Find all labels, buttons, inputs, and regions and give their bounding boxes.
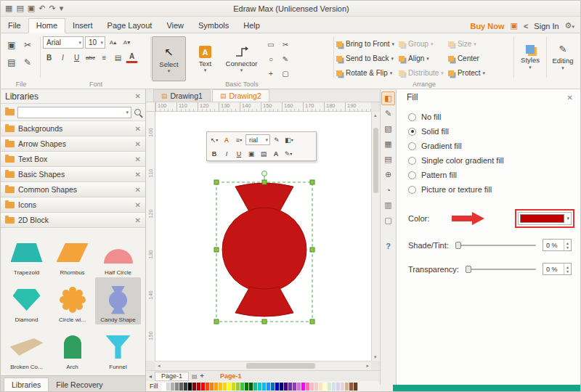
underline-button[interactable]: U <box>70 52 83 63</box>
color-dropdown[interactable]: ▾ <box>518 212 572 225</box>
save-icon[interactable]: ▣ <box>28 4 35 12</box>
quick-style-tool-icon[interactable]: ▧ <box>381 122 395 136</box>
help-tool-icon[interactable]: ? <box>381 239 395 253</box>
line-tool-icon[interactable]: ✎ <box>381 107 395 121</box>
format-painter-icon[interactable]: ✎ <box>22 57 34 68</box>
radio-icon[interactable] <box>408 128 416 136</box>
page-tab[interactable]: Page-1 <box>155 372 189 381</box>
close-icon[interactable]: ✕ <box>135 186 141 194</box>
document-tab[interactable]: ▤ Drawing2 <box>212 89 269 102</box>
fill-option[interactable]: Picture or texture fill <box>408 185 581 194</box>
close-icon[interactable]: ✕ <box>135 140 141 148</box>
picture-tool-icon[interactable]: ▦ <box>381 137 395 151</box>
radio-icon[interactable] <box>408 113 416 121</box>
clipart-tool-icon[interactable]: ▤ <box>381 152 395 166</box>
rotation-handle[interactable] <box>262 171 267 176</box>
align-icon[interactable]: ≡▾ <box>233 134 245 146</box>
italic-icon[interactable]: I <box>221 148 232 160</box>
spinner-down-icon[interactable]: ▼ <box>564 245 571 250</box>
strikethrough-button[interactable]: abc <box>84 52 97 63</box>
underline-icon[interactable]: U <box>233 148 245 160</box>
color-swatch-item[interactable] <box>354 383 358 391</box>
selected-shape[interactable] <box>208 168 321 326</box>
shape-item[interactable]: Trapezoid <box>4 230 49 277</box>
library-search-input[interactable]: ▾ <box>17 107 131 118</box>
copy-icon[interactable]: ▤ <box>6 57 18 68</box>
library-section[interactable]: Common Shapes ✕ <box>1 182 145 197</box>
fill-option[interactable]: Gradient fill <box>408 142 581 150</box>
shape-item[interactable]: Candy Shape <box>95 277 141 324</box>
close-icon[interactable]: ✕ <box>135 125 141 133</box>
panel-bottom-tab[interactable]: File Recovery <box>49 378 110 391</box>
library-section[interactable]: 2D Block ✕ <box>1 213 145 228</box>
editing-button[interactable]: ✎ Editing ▾ <box>548 33 578 80</box>
scroll-left-icon[interactable]: ◂ <box>158 363 161 369</box>
undo-icon[interactable]: ↶ <box>38 4 45 12</box>
vertical-scrollbar[interactable]: ▴ ▾ <box>371 112 380 361</box>
shape-item[interactable]: Broken Co... <box>4 324 49 372</box>
font-size-select[interactable]: 10▾ <box>85 36 105 49</box>
panel-bottom-tab[interactable]: Libraries <box>4 377 49 391</box>
tab-home[interactable]: Home <box>28 18 65 33</box>
select-tool-icon[interactable]: ↖▾ <box>208 134 220 146</box>
ellipse-tool-icon[interactable]: ○ <box>265 53 277 65</box>
scrollbar-thumb[interactable] <box>246 363 315 369</box>
radio-icon[interactable] <box>408 142 416 150</box>
radio-icon[interactable] <box>408 186 416 194</box>
horizontal-scrollbar[interactable]: ◂ ▸ <box>155 361 371 370</box>
share-icon[interactable]: < <box>524 22 528 30</box>
pen-icon[interactable]: ✎ <box>271 134 283 146</box>
bullet-list-button[interactable]: ▤ <box>112 52 124 63</box>
copy-style-icon[interactable]: ▣ <box>245 148 257 160</box>
shape-item[interactable]: Diamond <box>4 277 49 324</box>
paste-icon[interactable]: ▣ <box>6 39 18 51</box>
shade-value-spinner[interactable]: 0 % ▲▼ <box>543 239 572 251</box>
spinner-down-icon[interactable]: ▼ <box>564 269 571 274</box>
close-icon[interactable]: ✕ <box>135 155 141 163</box>
fill-option[interactable]: No fill <box>408 113 581 121</box>
library-section[interactable]: Arrow Shapes ✕ <box>1 136 145 152</box>
shape-item[interactable]: Circle wi... <box>49 277 95 324</box>
library-section[interactable]: Backgrounds ✕ <box>1 121 145 136</box>
fill-option[interactable]: Pattern fill <box>408 171 581 179</box>
arrange-item[interactable]: Distribute▾ <box>399 67 444 79</box>
select-tool-button[interactable]: ↖ Select ▾ <box>152 36 186 81</box>
fill-option[interactable]: Single color gradient fill <box>408 156 581 165</box>
app-icon[interactable]: ▦ <box>5 4 12 12</box>
tab-help[interactable]: Help <box>236 19 267 33</box>
connector-tool-button[interactable]: Connector ▾ <box>224 36 259 81</box>
radio-icon[interactable] <box>408 157 416 165</box>
fill-option[interactable]: Solid fill <box>408 127 581 136</box>
transparency-slider[interactable] <box>466 269 536 270</box>
page-nav-left-icon[interactable]: ◂ <box>149 373 152 380</box>
add-page-button[interactable]: + <box>200 372 204 380</box>
align-text-button[interactable]: ≡ <box>98 52 110 63</box>
tab-file[interactable]: File <box>1 19 28 33</box>
bold-icon[interactable]: B <box>208 148 220 160</box>
add-library-folder-icon[interactable] <box>5 109 15 115</box>
fill-style-icon[interactable]: ▤ <box>258 148 269 160</box>
shape-style-icon[interactable]: ◧▾ <box>283 134 295 146</box>
shade-slider[interactable] <box>455 245 536 246</box>
shape-item[interactable]: Half Circle <box>95 230 141 277</box>
document-tool-icon[interactable]: ▢ <box>381 213 395 227</box>
text-tool-button[interactable]: A Text ▾ <box>188 36 222 81</box>
shrink-font-button[interactable]: A▾ <box>121 37 133 49</box>
scroll-right-icon[interactable]: ▸ <box>366 363 369 369</box>
arrange-item[interactable]: Rotate & Flip▾ <box>336 67 394 79</box>
font-family-select[interactable]: Arial▾ <box>43 36 84 49</box>
slider-thumb[interactable] <box>455 242 461 249</box>
font-color-icon[interactable]: A <box>270 148 282 160</box>
library-section[interactable]: Basic Shapes ✕ <box>1 167 145 182</box>
arrange-item[interactable]: Bring to Front▾ <box>336 38 394 50</box>
tab-insert[interactable]: Insert <box>65 19 100 33</box>
text-tool-icon[interactable]: A <box>221 134 232 146</box>
more-options-icon[interactable]: ✎▾ <box>283 148 294 160</box>
font-color-button[interactable]: A <box>126 52 138 63</box>
radio-icon[interactable] <box>408 171 416 179</box>
bold-button[interactable]: B <box>43 52 55 63</box>
crop-tool-icon[interactable]: ▢ <box>280 68 292 79</box>
shape-item[interactable]: Arch <box>49 324 95 372</box>
quick-access-dropdown-icon[interactable]: ▾ <box>60 4 64 12</box>
redo-icon[interactable]: ↷ <box>49 4 55 12</box>
